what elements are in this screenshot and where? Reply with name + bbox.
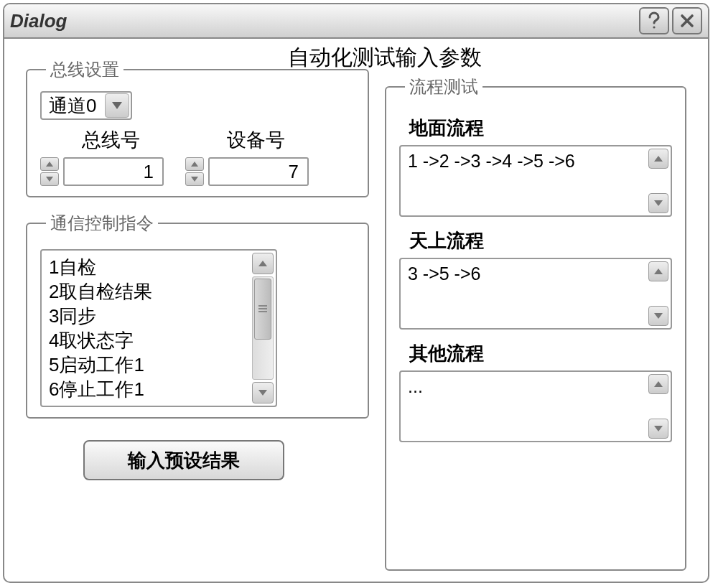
scroll-down-button[interactable] — [252, 382, 274, 403]
other-scroll-up[interactable] — [648, 374, 668, 394]
other-scroll-down[interactable] — [648, 419, 668, 439]
chevron-up-icon — [191, 162, 198, 167]
ground-flow-label: 地面流程 — [409, 116, 672, 141]
ground-flow-textarea[interactable]: 1 ->2 ->3 ->4 ->5 ->6 — [401, 146, 646, 215]
sky-flow-label: 天上流程 — [409, 228, 672, 253]
device-number-down[interactable] — [185, 172, 204, 186]
chevron-up-icon — [654, 269, 663, 274]
dialog-content: 自动化测试输入参数 总线设置 通道0 总 — [4, 39, 708, 582]
list-item[interactable]: 3同步 — [49, 304, 243, 328]
sky-flow-textarea[interactable]: 3 ->5 ->6 — [401, 259, 646, 328]
svg-marker-4 — [46, 162, 53, 167]
svg-marker-5 — [46, 177, 53, 182]
flow-test-group: 流程测试 地面流程 1 ->2 ->3 ->4 ->5 ->6 — [385, 75, 686, 571]
chevron-up-icon — [654, 381, 663, 387]
svg-marker-7 — [191, 177, 198, 182]
ground-scroll-up[interactable] — [648, 149, 668, 169]
svg-marker-15 — [654, 426, 663, 431]
chevron-down-icon — [654, 426, 663, 431]
list-item[interactable]: 1自检 — [49, 255, 243, 279]
help-button[interactable] — [639, 7, 669, 34]
svg-marker-3 — [112, 102, 122, 109]
chevron-down-icon — [191, 177, 198, 182]
svg-marker-10 — [654, 156, 663, 162]
svg-point-0 — [653, 26, 655, 28]
bus-number-up[interactable] — [40, 157, 59, 171]
device-number-label: 设备号 — [227, 127, 285, 153]
input-preset-result-button[interactable]: 输入预设结果 — [83, 440, 284, 480]
scroll-up-button[interactable] — [252, 253, 274, 274]
device-number-up[interactable] — [185, 157, 204, 171]
svg-marker-12 — [654, 269, 663, 274]
chevron-up-icon — [258, 261, 267, 266]
svg-marker-9 — [258, 390, 267, 396]
chevron-down-icon — [258, 390, 267, 396]
chevron-down-icon — [46, 177, 53, 182]
svg-marker-14 — [654, 381, 663, 387]
svg-marker-8 — [258, 261, 267, 266]
channel-combo[interactable]: 通道0 — [40, 91, 132, 120]
bus-number-down[interactable] — [40, 172, 59, 186]
other-flow-textarea[interactable]: ... — [401, 372, 646, 441]
svg-marker-11 — [654, 200, 663, 206]
list-item[interactable]: 5启动工作1 — [49, 353, 243, 377]
command-group-legend: 通信控制指令 — [46, 212, 158, 235]
dialog-window: Dialog 自动化测试输入参数 总线设置 通道0 — [3, 3, 709, 583]
window-title: Dialog — [10, 10, 636, 32]
list-item[interactable]: 2取自检结果 — [49, 279, 243, 304]
scroll-track[interactable] — [252, 276, 274, 380]
other-flow-label: 其他流程 — [409, 341, 672, 366]
help-icon — [646, 11, 662, 30]
chevron-down-icon — [654, 200, 663, 206]
svg-marker-6 — [191, 162, 198, 167]
list-item[interactable]: 6停止工作1 — [49, 377, 243, 401]
device-number-input[interactable] — [208, 157, 309, 186]
sky-scroll-up[interactable] — [648, 261, 668, 281]
bus-number-label: 总线号 — [82, 127, 140, 153]
close-button[interactable] — [672, 7, 702, 34]
chevron-up-icon — [654, 156, 663, 162]
close-icon — [679, 13, 695, 29]
chevron-down-icon — [112, 102, 122, 109]
listbox-scrollbar[interactable] — [252, 253, 274, 403]
bus-settings-group: 总线设置 通道0 总线号 — [26, 58, 369, 197]
channel-combo-arrow[interactable] — [105, 93, 129, 118]
channel-combo-value: 通道0 — [42, 92, 103, 120]
bus-number-input[interactable] — [63, 157, 164, 186]
list-item[interactable]: 4取状态字 — [49, 328, 243, 353]
chevron-down-icon — [654, 313, 663, 319]
flow-test-legend: 流程测试 — [405, 75, 482, 98]
ground-scroll-down[interactable] — [648, 193, 668, 213]
titlebar: Dialog — [4, 4, 708, 39]
chevron-up-icon — [46, 162, 53, 167]
bus-settings-legend: 总线设置 — [46, 58, 123, 81]
svg-marker-13 — [654, 313, 663, 319]
command-group: 通信控制指令 1自检 2取自检结果 3同步 4取状态字 5启动工作1 6停止工作… — [26, 212, 369, 419]
sky-scroll-down[interactable] — [648, 306, 668, 326]
command-listbox[interactable]: 1自检 2取自检结果 3同步 4取状态字 5启动工作1 6停止工作1 — [42, 251, 250, 406]
grip-icon — [258, 305, 267, 314]
scroll-thumb[interactable] — [254, 279, 271, 340]
